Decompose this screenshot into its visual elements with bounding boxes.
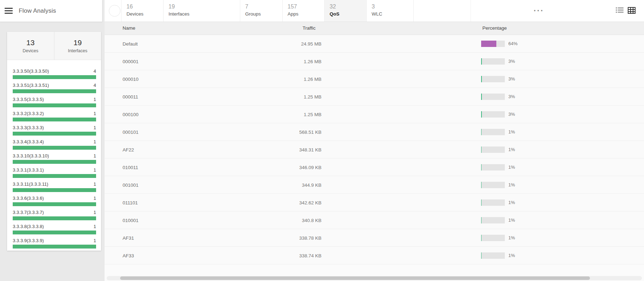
table-row: 000101 568.51 KB 1% (105, 123, 644, 141)
cell-name: 000001 (123, 59, 138, 64)
list-view-icon[interactable] (616, 7, 624, 14)
device-name: 3.3.3.8(3.3.3.8) (13, 224, 44, 229)
device-list-item[interactable]: 3.3.3.4(3.3.3.4) 1 (13, 139, 96, 153)
scrollbar-thumb[interactable] (120, 276, 590, 280)
cell-name: 000100 (123, 112, 138, 117)
column-header-traffic[interactable]: Traffic (274, 22, 344, 35)
tab-qos[interactable]: 32 QoS (325, 0, 367, 22)
cell-traffic: 338.74 KB (252, 253, 321, 258)
column-header-name[interactable]: Name (123, 22, 135, 35)
page-title: Flow Analysis (19, 7, 56, 14)
cell-traffic: 344.9 KB (252, 182, 321, 187)
percentage-bar-track (481, 182, 505, 188)
cell-percentage: 3% (481, 76, 515, 82)
device-usage-bar (13, 103, 96, 107)
device-list-item[interactable]: 3.3.3.11(3.3.3.11) 1 (13, 181, 96, 196)
device-count: 1 (94, 153, 96, 159)
tab-groups[interactable]: 7 Groups (240, 0, 283, 22)
percentage-bar-track (481, 252, 505, 259)
chart-toggle-circle-icon[interactable] (109, 5, 120, 17)
percentage-bar-track (481, 147, 505, 153)
device-list-item[interactable]: 3.3.3.50(3.3.3.50) 4 (13, 68, 96, 83)
summary-counters: 13 Devices 19 Interfaces (7, 32, 101, 60)
device-list-item[interactable]: 3.3.3.8(3.3.3.8) 1 (13, 224, 96, 238)
device-name: 3.3.3.3(3.3.3.3) (13, 125, 44, 130)
device-list-item[interactable]: 3.3.3.3(3.3.3.3) 1 (13, 125, 96, 139)
hamburger-menu-icon[interactable] (5, 8, 13, 14)
tab-apps[interactable]: 157 Apps (283, 0, 325, 22)
cell-percentage: 1% (481, 182, 515, 188)
tab-label: WLC (372, 11, 413, 17)
summary-counter[interactable]: 13 Devices (7, 32, 54, 60)
view-toggle-group (616, 7, 636, 14)
device-summary-panel: 13 Devices 19 Interfaces 3.3.3.50(3.3.3.… (7, 32, 101, 251)
cell-name: 010011 (123, 165, 138, 170)
percentage-bar-track (481, 111, 505, 118)
tab-label: Devices (126, 11, 163, 17)
counter-value: 19 (73, 38, 82, 47)
percentage-bar-track (481, 217, 505, 223)
table-row: 001001 344.9 KB 1% (105, 176, 644, 194)
device-name: 3.3.3.11(3.3.3.11) (13, 181, 48, 187)
column-header-percentage[interactable]: Percentage (459, 22, 530, 35)
qos-table-panel: Name Traffic Percentage Default 24.95 MB… (105, 22, 644, 281)
device-list-item[interactable]: 3.3.3.5(3.3.3.5) 1 (13, 97, 96, 111)
device-name: 3.3.3.6(3.3.3.6) (13, 196, 44, 201)
percentage-bar-track (481, 164, 505, 171)
device-usage-bar (13, 202, 96, 206)
device-list-item[interactable]: 3.3.3.2(3.3.3.2) 1 (13, 111, 96, 125)
cell-name: 001001 (123, 182, 138, 187)
percentage-bar-track (481, 235, 505, 241)
device-list-item[interactable]: 3.3.3.7(3.3.3.7) 1 (13, 210, 96, 224)
device-list-item[interactable]: 3.3.3.9(3.3.3.9) 1 (13, 238, 96, 252)
cell-name: 000101 (123, 129, 138, 134)
device-list-item[interactable]: 3.3.3.1(3.3.3.1) 1 (13, 167, 96, 181)
tab-label: Groups (245, 11, 282, 17)
percentage-label: 1% (508, 235, 515, 240)
table-row: 000011 1.25 MB 3% (105, 88, 644, 106)
cell-name: 010001 (123, 217, 138, 223)
device-count: 4 (94, 68, 96, 74)
device-count: 1 (94, 139, 96, 144)
tab-count: 19 (169, 3, 240, 10)
table-view-icon[interactable] (628, 7, 636, 14)
device-usage-bar (13, 216, 96, 220)
device-count: 1 (94, 196, 96, 201)
counter-label: Devices (23, 48, 38, 53)
cell-traffic: 1.26 MB (252, 59, 321, 64)
tab-wlc[interactable]: 3 WLC (367, 0, 414, 22)
percentage-bar-fill (481, 94, 482, 100)
cell-name: Default (123, 41, 138, 46)
device-list-item[interactable]: 3.3.3.51(3.3.3.51) 4 (13, 83, 96, 97)
tab-devices[interactable]: 16 Devices (121, 0, 164, 22)
tab-label: Apps (288, 11, 324, 17)
table-row: AF22 348.31 KB 1% (105, 141, 644, 159)
tab-count: 157 (288, 3, 324, 10)
tab-count: 7 (245, 3, 282, 10)
device-usage-bar (13, 160, 96, 164)
percentage-bar-fill (481, 199, 481, 206)
cell-name: 011101 (123, 200, 138, 205)
table-row: 010001 340.8 KB 1% (105, 211, 644, 229)
percentage-bar-track (481, 76, 505, 82)
percentage-bar-fill (481, 58, 482, 65)
device-usage-bar (13, 89, 96, 93)
horizontal-scrollbar[interactable] (107, 276, 642, 280)
device-usage-bar (13, 174, 96, 178)
device-list-item[interactable]: 3.3.3.6(3.3.3.6) 1 (13, 196, 96, 210)
more-options-button[interactable]: ••• (530, 8, 548, 13)
device-name: 3.3.3.7(3.3.3.7) (13, 210, 44, 215)
device-list-item[interactable]: 3.3.3.10(3.3.3.10) 1 (13, 153, 96, 167)
cell-percentage: 3% (481, 58, 515, 65)
summary-counter[interactable]: 19 Interfaces (54, 32, 101, 60)
device-name: 3.3.3.4(3.3.3.4) (13, 139, 44, 144)
percentage-label: 1% (508, 165, 515, 170)
cell-name: AF31 (123, 235, 134, 240)
percentage-bar-fill (481, 129, 481, 135)
tab-interfaces[interactable]: 19 Interfaces (164, 0, 240, 22)
counter-value: 13 (26, 38, 35, 47)
cell-traffic: 338.78 KB (252, 235, 321, 240)
cell-traffic: 340.8 KB (252, 217, 321, 223)
tab-strip-divider (471, 0, 471, 22)
percentage-bar-track (481, 199, 505, 206)
